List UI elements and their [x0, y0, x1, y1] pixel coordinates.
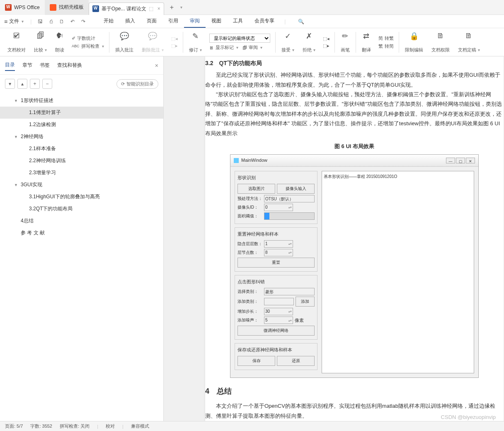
- sidebar-tab-2[interactable]: 书签: [40, 60, 50, 71]
- collapse-icon[interactable]: ▾: [5, 79, 15, 89]
- ink-icon: ✏: [342, 32, 348, 41]
- rib-final[interactable]: 🗎文档定稿▾: [454, 30, 484, 55]
- new-tab-button[interactable]: +: [164, 4, 179, 11]
- sidebar-tools: ▾ ▴ + − ⟳智能识别目录: [0, 75, 163, 93]
- toc-item[interactable]: 3.1HighGUI下的轮廓叠加与高亮: [0, 191, 163, 203]
- menu-tab-2[interactable]: 页面: [141, 15, 162, 28]
- qt-step-spin: 30: [264, 308, 293, 315]
- expand-icon[interactable]: ▴: [17, 79, 27, 89]
- tab-dropdown-icon[interactable]: ▾: [180, 5, 182, 10]
- reject-icon: ✗: [306, 32, 312, 41]
- sidebar-tab-3[interactable]: 查找和替换: [57, 60, 82, 71]
- next-comment-icon[interactable]: ⬚▸: [171, 43, 178, 49]
- paragraph: 至此已经实现了形状识别、神经网络训练、形状纠错三个功能，每个功能区的参数设取多而…: [205, 70, 504, 90]
- toc-list: ▼1形状特征描述1.1傅里叶算子1.2边缘检测▼2神经网络2.1样本准备2.2神…: [0, 93, 163, 241]
- print-preview-icon[interactable]: 🗋: [57, 17, 66, 26]
- toc-item[interactable]: 1.1傅里叶算子: [0, 107, 163, 119]
- toc-label: 4总结: [21, 217, 34, 224]
- tab-pin-icon[interactable]: ⬚: [149, 6, 153, 12]
- document-area[interactable]: 3.2 QT下的功能布局 至此已经实现了形状识别、神经网络训练、形状纠错三个功能…: [164, 56, 504, 428]
- markup-state-select[interactable]: 显示标记的最终状态: [209, 34, 270, 43]
- rib-reject[interactable]: ✗拒绝▾: [298, 30, 320, 55]
- toc-item[interactable]: 1.2边缘检测: [0, 119, 163, 131]
- toc-caret-icon[interactable]: ▼: [14, 183, 18, 187]
- qt-save-btn: 保存: [237, 356, 275, 366]
- next-change-icon[interactable]: ⬚▸: [323, 43, 330, 49]
- menu-tab-1[interactable]: 插入: [119, 15, 141, 28]
- rib-translate[interactable]: ⇄翻译: [358, 30, 375, 55]
- toc-label: 3.2QT下的功能布局: [29, 205, 73, 212]
- rib-delete-comment[interactable]: 💬删除批注▾: [138, 30, 168, 55]
- toc-caret-icon[interactable]: ▼: [14, 99, 18, 103]
- prev-comment-icon[interactable]: ⬚◂: [171, 36, 178, 41]
- rib-read[interactable]: 🗣朗读: [51, 30, 68, 55]
- comment-icon: 💬: [120, 32, 129, 41]
- toc-item[interactable]: 2.1样本准备: [0, 143, 163, 155]
- status-words[interactable]: 字数: 3552: [30, 423, 52, 429]
- menu-tab-6[interactable]: 工具: [227, 15, 249, 28]
- undo-icon[interactable]: ↶: [68, 17, 77, 26]
- rib-restrict[interactable]: 🔒限制编辑: [401, 30, 427, 55]
- status-page[interactable]: 页面: 5/7: [5, 423, 23, 429]
- app-tab-wps[interactable]: WPS Office: [0, 0, 45, 15]
- menu-tab-3[interactable]: 引用: [162, 15, 184, 28]
- toc-item[interactable]: 参 考 文 献: [0, 227, 163, 239]
- toc-item[interactable]: 2.2神经网络训练: [0, 155, 163, 167]
- toc-item[interactable]: 4总结: [0, 215, 163, 227]
- track-icon: ✎: [192, 32, 199, 41]
- rib-perm[interactable]: 🗎文档权限: [427, 30, 454, 55]
- sidebar-tab-0[interactable]: 目录: [5, 60, 15, 71]
- status-spell[interactable]: 拼写检查: 关闭: [60, 423, 90, 429]
- qt-area-slider: [264, 212, 315, 220]
- rib-convert-trad[interactable]: 简转繁: [378, 35, 394, 41]
- menu-tab-5[interactable]: 视图: [206, 15, 227, 28]
- sidebar-tab-1[interactable]: 章节: [22, 60, 32, 71]
- toc-item[interactable]: 3.2QT下的功能布局: [0, 203, 163, 215]
- rib-ink[interactable]: ✏画笔: [337, 30, 354, 55]
- rib-accept[interactable]: ✓接受▾: [277, 30, 298, 55]
- add-icon[interactable]: +: [30, 79, 40, 89]
- toc-item[interactable]: ▼1形状特征描述: [0, 95, 163, 107]
- abc-icon: ABC: [72, 44, 80, 48]
- rib-track[interactable]: ✎修订▾: [185, 30, 206, 55]
- status-proof[interactable]: 校对: [106, 423, 115, 429]
- toc-label: 2.2神经网络训练: [29, 157, 66, 164]
- hamburger-icon[interactable]: ≡: [4, 18, 7, 25]
- toc-item[interactable]: ▼2神经网络: [0, 131, 163, 143]
- toc-caret-icon[interactable]: ▼: [14, 135, 18, 139]
- save-icon[interactable]: 🖫: [36, 17, 45, 26]
- rib-insert-comment[interactable]: 💬插入批注: [111, 30, 138, 55]
- remove-icon[interactable]: −: [42, 79, 52, 89]
- file-menu[interactable]: 文件: [9, 18, 19, 25]
- rib-wordcount[interactable]: ✐字数统计: [72, 35, 104, 41]
- rib-review[interactable]: 🗐审阅▾: [242, 44, 262, 51]
- menu-tab-7[interactable]: 会员专享: [249, 15, 280, 28]
- close-icon[interactable]: ×: [158, 6, 160, 12]
- rib-comment-nav: ⬚◂ ⬚▸: [168, 30, 181, 55]
- ribbon-tabs: 开始插入页面引用审阅视图工具会员专享: [98, 15, 280, 28]
- sidebar-close-icon[interactable]: ×: [155, 62, 158, 69]
- app-tab-document[interactable]: 基于Ope... 课程论文 ⬚ ×: [89, 2, 164, 15]
- qt-min-icon: —: [446, 158, 455, 163]
- statusbar: 页面: 5/7 字数: 3552 拼写检查: 关闭 | 校对 | 兼容模式: [0, 421, 504, 431]
- rib-convert-simp[interactable]: 繁转简: [378, 43, 394, 49]
- toc-item[interactable]: 2.3增量学习: [0, 167, 163, 179]
- prev-change-icon[interactable]: ⬚◂: [323, 36, 330, 41]
- rib-proof[interactable]: 🗹文档校对: [3, 30, 30, 55]
- menu-tab-0[interactable]: 开始: [98, 15, 119, 28]
- search-icon[interactable]: 🔍: [298, 19, 304, 24]
- paragraph: "形状识别"功能区包含了选取图片、摄像头输入功能按钮，预处理方法、摄像积阈值三个…: [205, 90, 504, 138]
- status-compat[interactable]: 兼容模式: [131, 423, 149, 429]
- rib-spell[interactable]: ABC拼写检查▾: [72, 43, 104, 49]
- rib-show-markup[interactable]: 🗏显示标记▾: [209, 44, 238, 51]
- qt-group3-title: 点击图形纠错: [237, 278, 315, 286]
- app-tab-template[interactable]: 找稻壳模板: [45, 0, 89, 15]
- redo-icon[interactable]: ↷: [79, 17, 88, 26]
- qt-group1-title: 形状识别: [237, 174, 315, 182]
- print-icon[interactable]: ⎙: [46, 17, 56, 26]
- menu-tab-4[interactable]: 审阅: [184, 15, 206, 28]
- file-dropdown-icon[interactable]: ▾: [22, 19, 24, 24]
- rib-compare[interactable]: 🗐比较▾: [30, 30, 51, 55]
- toc-item[interactable]: ▼3GUI实现: [0, 179, 163, 191]
- smart-toc-button[interactable]: ⟳智能识别目录: [116, 79, 158, 89]
